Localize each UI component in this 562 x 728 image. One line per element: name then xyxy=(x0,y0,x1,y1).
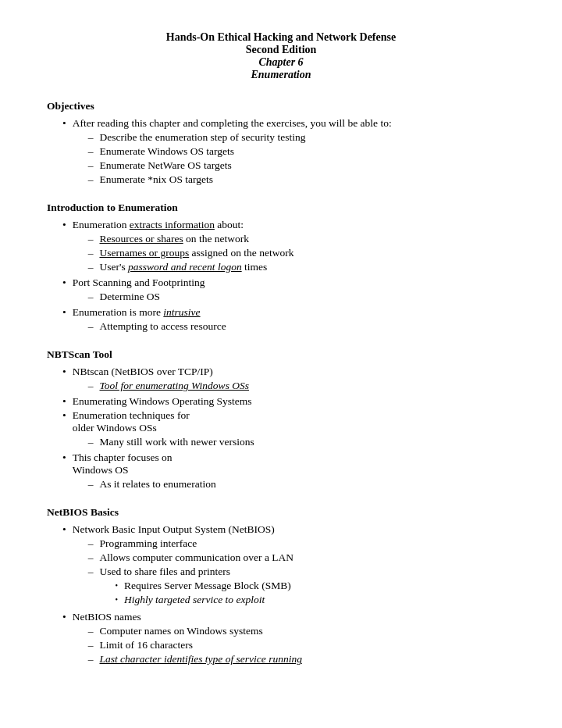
sub-list: Determine OS xyxy=(73,291,515,303)
list-item: Enumerate Windows OS targets xyxy=(73,145,515,158)
section-heading-netbiosbasics: NetBIOS Basics xyxy=(47,506,515,519)
objectives-list: After reading this chapter and completin… xyxy=(47,117,515,187)
section-heading-introduction: Introduction to Enumeration xyxy=(47,202,515,214)
text: Last character identifies type of servic… xyxy=(99,653,515,666)
text: After reading this chapter and completin… xyxy=(73,117,392,129)
text: User's password and recent logon times xyxy=(99,261,515,273)
text: Enumeration extracts information about: xyxy=(73,219,244,230)
list-item: After reading this chapter and completin… xyxy=(47,117,515,187)
list-item: Last character identifies type of servic… xyxy=(73,653,515,666)
text: Highly targeted service to exploit xyxy=(124,594,515,606)
text: Determine OS xyxy=(99,291,515,303)
list-item: This chapter focuses onWindows OS As it … xyxy=(47,451,515,492)
list-item: User's password and recent logon times xyxy=(73,261,515,273)
list-item: Resources or shares on the network xyxy=(73,233,515,245)
list-item: Many still work with newer versions xyxy=(73,436,515,448)
section-heading-nbtscantool: NBTScan Tool xyxy=(47,348,515,361)
sub-list: As it relates to enumeration xyxy=(73,478,515,491)
list-item: Tool for enumerating Windows OSs xyxy=(73,380,515,392)
list-item: Enumeration extracts information about: … xyxy=(47,219,515,275)
list-item: Enumerate NetWare OS targets xyxy=(73,159,515,172)
section-netbiosbasics: NetBIOS Basics Network Basic Input Outpu… xyxy=(47,506,515,667)
text: Network Basic Input Output System (NetBI… xyxy=(73,523,275,535)
nbtscantool-list: NBtscan (NetBIOS over TCP/IP) Tool for e… xyxy=(47,366,515,492)
list-item: Network Basic Input Output System (NetBI… xyxy=(47,523,515,609)
sub-list: Resources or shares on the network Usern… xyxy=(73,233,515,273)
text: NetBIOS names xyxy=(73,611,141,623)
sub-list: Attempting to access resource xyxy=(73,320,515,333)
list-item: NBtscan (NetBIOS over TCP/IP) Tool for e… xyxy=(47,366,515,394)
list-item: NetBIOS names Computer names on Windows … xyxy=(47,611,515,667)
list-item: As it relates to enumeration xyxy=(73,478,515,491)
text: Enumerate *nix OS targets xyxy=(99,173,515,186)
list-item: Enumeration techniques forolder Windows … xyxy=(47,409,515,450)
text: Many still work with newer versions xyxy=(99,436,515,448)
list-item: Programming interface xyxy=(73,537,515,550)
section-heading-objectives: Objectives xyxy=(47,100,515,112)
header-title: Hands-On Ethical Hacking and Network Def… xyxy=(47,31,515,44)
list-item: Enumerating Windows Operating Systems xyxy=(47,395,515,408)
sub-list: Programming interface Allows computer co… xyxy=(73,537,515,608)
text: Attempting to access resource xyxy=(99,320,515,333)
text: Requires Server Message Block (SMB) xyxy=(124,580,515,592)
text: Tool for enumerating Windows OSs xyxy=(99,380,515,392)
netbiosbasics-list: Network Basic Input Output System (NetBI… xyxy=(47,523,515,667)
list-item: Allows computer communication over a LAN xyxy=(73,551,515,564)
header-chapter: Chapter 6 xyxy=(47,56,515,69)
list-item: Highly targeted service to exploit xyxy=(99,594,515,606)
list-item: Determine OS xyxy=(73,291,515,303)
list-item: Enumerate *nix OS targets xyxy=(73,173,515,186)
text: Port Scanning and Footprinting xyxy=(73,277,205,288)
text: This chapter focuses onWindows OS xyxy=(73,451,173,476)
text: NBtscan (NetBIOS over TCP/IP) xyxy=(73,366,213,377)
section-nbtscantool: NBTScan Tool NBtscan (NetBIOS over TCP/I… xyxy=(47,348,515,492)
text: Enumerate Windows OS targets xyxy=(99,145,515,158)
list-item: Computer names on Windows systems xyxy=(73,625,515,637)
text: Usernames or groups assigned on the netw… xyxy=(99,247,515,259)
sub-list: Describe the enumeration step of securit… xyxy=(73,131,515,186)
list-item: Describe the enumeration step of securit… xyxy=(73,131,515,144)
text: Allows computer communication over a LAN xyxy=(99,551,515,564)
text: Resources or shares on the network xyxy=(99,233,515,245)
text: Enumeration techniques forolder Windows … xyxy=(73,409,190,434)
text: Computer names on Windows systems xyxy=(99,625,515,637)
list-item: Enumeration is more intrusive Attempting… xyxy=(47,306,515,334)
text: Describe the enumeration step of securit… xyxy=(99,131,515,144)
page-header: Hands-On Ethical Hacking and Network Def… xyxy=(47,31,515,81)
sub-list: Computer names on Windows systems Limit … xyxy=(73,625,515,666)
section-introduction: Introduction to Enumeration Enumeration … xyxy=(47,202,515,334)
header-edition: Second Edition xyxy=(47,44,515,56)
introduction-list: Enumeration extracts information about: … xyxy=(47,219,515,334)
sub-list: Many still work with newer versions xyxy=(73,436,515,448)
list-item: Attempting to access resource xyxy=(73,320,515,333)
header-subtitle: Enumeration xyxy=(47,69,515,81)
list-item: Used to share files and printers Require… xyxy=(73,566,515,608)
text: Enumeration is more intrusive xyxy=(73,306,201,318)
text: Programming interface xyxy=(99,537,515,550)
sub-list: Tool for enumerating Windows OSs xyxy=(73,380,515,392)
list-item: Port Scanning and Footprinting Determine… xyxy=(47,277,515,305)
list-item: Usernames or groups assigned on the netw… xyxy=(73,247,515,259)
section-objectives: Objectives After reading this chapter an… xyxy=(47,100,515,187)
text: As it relates to enumeration xyxy=(99,478,515,491)
text: Used to share files and printers xyxy=(99,566,230,577)
text: Enumerating Windows Operating Systems xyxy=(73,395,252,407)
text: Enumerate NetWare OS targets xyxy=(99,159,515,172)
level3-list: Requires Server Message Block (SMB) High… xyxy=(99,580,515,606)
list-item: Limit of 16 characters xyxy=(73,639,515,651)
list-item: Requires Server Message Block (SMB) xyxy=(99,580,515,592)
text: Limit of 16 characters xyxy=(99,639,515,651)
